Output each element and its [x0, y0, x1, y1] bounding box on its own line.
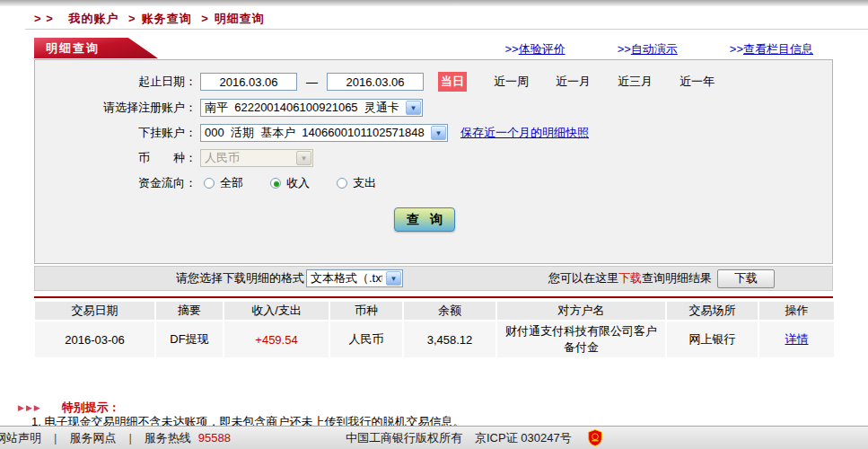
detail-link[interactable]: 详情 — [785, 332, 809, 346]
date-to-input[interactable] — [327, 73, 424, 91]
col-counterparty: 对方户名 — [497, 302, 665, 320]
date-from-input[interactable] — [200, 73, 297, 91]
cell-date: 2016-03-06 — [35, 321, 154, 357]
fund-flow-label: 资金流向： — [35, 175, 197, 191]
currency-label: 币 种： — [35, 150, 197, 166]
footer-copyright: 中国工商银行版权所有 京ICP证 030247号 — [346, 429, 602, 446]
fund-flow-options: 全部 收入 支出 — [204, 175, 403, 191]
sub-account-select[interactable]: 000 活期 基本户 1406600101102571848 ▼ — [200, 124, 448, 142]
sub-account-label: 下挂账户： — [35, 125, 197, 141]
breadcrumb-my-account[interactable]: 我的账户 — [68, 12, 118, 25]
radio-all[interactable]: 全部 — [204, 175, 243, 191]
chevron-down-icon: ▼ — [296, 151, 311, 165]
fund-flow-row: 资金流向： 全部 收入 支出 — [35, 173, 832, 193]
chevron-down-icon: ▼ — [431, 126, 446, 140]
security-badge-icon — [588, 429, 602, 446]
range-last-month[interactable]: 近一月 — [556, 74, 591, 90]
date-range-label: 起止日期： — [35, 74, 197, 90]
save-snapshot-link[interactable]: 保存近一个月的明细快照 — [460, 125, 589, 141]
radio-icon — [204, 178, 215, 189]
col-summary: 摘要 — [156, 302, 223, 320]
cell-counterparty: 财付通支付科技有限公司客户备付金 — [497, 321, 665, 357]
radio-income[interactable]: 收入 — [270, 175, 310, 191]
radio-expense[interactable]: 支出 — [337, 175, 376, 191]
footer-links: 网站声明 | 服务网点 | 服务热线 95588 — [0, 430, 231, 446]
hotline-label: 服务热线 — [145, 430, 191, 446]
today-button[interactable]: 当日 — [438, 72, 467, 92]
currency-row: 币 种： 人民币 ▼ — [35, 148, 832, 168]
col-channel: 交易场所 — [667, 302, 758, 320]
icp-number: 京ICP证 030247号 — [475, 430, 572, 446]
col-balance: 余额 — [404, 302, 495, 320]
register-account-select[interactable]: 南平 6222001406100921065 灵通卡 ▼ — [200, 99, 423, 117]
tab-detail-query[interactable]: 明细查询 — [34, 38, 158, 58]
download-hint: 您可以在这里下载查询明细结果 下载 — [548, 269, 775, 288]
hotline-number: 95588 — [198, 431, 231, 445]
col-date: 交易日期 — [35, 302, 154, 320]
breadcrumb-separator: > — [201, 12, 209, 25]
chevron-down-icon: ▼ — [406, 101, 421, 115]
column-info-link[interactable]: >>查看栏目信息 — [730, 41, 813, 57]
radio-icon — [337, 178, 347, 189]
copyright-text: 中国工商银行版权所有 — [346, 430, 462, 446]
table-row: 2016-03-06 DF提现 +459.54 人民币 3,458.12 财付通… — [35, 321, 834, 357]
breadcrumb-prefix: > > — [34, 12, 54, 25]
query-form-panel: 起止日期： — 当日 近一周 近一月 近三月 近一年 请选择注册账户： 南平 6… — [34, 59, 833, 264]
download-format-label: 请您选择下载明细的格式 — [176, 270, 304, 286]
footer: 网站声明 | 服务网点 | 服务热线 95588 中国工商银行版权所有 京ICP… — [0, 426, 868, 449]
cell-balance: 3,458.12 — [404, 321, 495, 357]
register-account-label: 请选择注册账户： — [35, 100, 197, 116]
page: > > 我的账户 >账务查询 >明细查询 明细查询 >>体验评价 >>自动演示 … — [0, 0, 868, 449]
cell-amount: +459.54 — [224, 321, 329, 357]
breadcrumb-detail-query[interactable]: 明细查询 — [215, 12, 265, 25]
cell-channel: 网上银行 — [667, 321, 758, 357]
breadcrumb: > > 我的账户 >账务查询 >明细查询 — [34, 11, 265, 27]
breadcrumb-separator: > — [128, 12, 136, 25]
experience-review-link[interactable]: >>体验评价 — [504, 41, 565, 57]
breadcrumb-account-query[interactable]: 账务查询 — [142, 12, 192, 25]
download-inline-link[interactable]: 下载 — [618, 270, 642, 286]
col-amount: 收入/支出 — [224, 302, 329, 320]
transactions-table: 交易日期 摘要 收入/支出 币种 余额 对方户名 交易场所 操作 2016-03… — [33, 300, 836, 359]
register-account-row: 请选择注册账户： 南平 6222001406100921065 灵通卡 ▼ — [35, 98, 832, 118]
header-links: >>体验评价 >>自动演示 >>查看栏目信息 — [504, 41, 813, 57]
triple-arrow-icon: ▶▶▶ — [18, 403, 42, 412]
range-last-3-months[interactable]: 近三月 — [618, 74, 653, 90]
col-action: 操作 — [759, 302, 834, 320]
query-button[interactable]: 查 询 — [394, 207, 455, 232]
divider — [25, 29, 868, 30]
radio-icon — [270, 178, 281, 189]
cell-action: 详情 — [759, 321, 834, 357]
download-bar: 请您选择下载明细的格式 文本格式（.txt） ▼ 您可以在这里下载查询明细结果 … — [34, 266, 833, 291]
chevron-down-icon: ▼ — [386, 271, 401, 286]
service-outlets-link[interactable]: 服务网点 — [69, 430, 116, 446]
auto-demo-link[interactable]: >>自动演示 — [618, 41, 678, 57]
range-last-week[interactable]: 近一周 — [494, 74, 529, 90]
tab-row: 明细查询 >>体验评价 >>自动演示 >>查看栏目信息 — [34, 38, 833, 58]
site-statement-link[interactable]: 网站声明 — [0, 430, 41, 446]
download-format-select[interactable]: 文本格式（.txt） ▼ — [306, 269, 403, 287]
range-last-year[interactable]: 近一年 — [679, 74, 715, 90]
cell-summary: DF提现 — [156, 321, 223, 357]
top-gradient-strip — [0, 0, 868, 6]
col-currency: 币种 — [330, 302, 402, 320]
red-divider — [34, 296, 833, 298]
sub-account-row: 下挂账户： 000 活期 基本户 1406600101102571848 ▼ 保… — [35, 123, 832, 143]
download-button[interactable]: 下载 — [717, 269, 775, 288]
table-header-row: 交易日期 摘要 收入/支出 币种 余额 对方户名 交易场所 操作 — [35, 302, 834, 320]
cell-currency: 人民币 — [330, 321, 402, 357]
currency-select: 人民币 ▼ — [200, 149, 313, 167]
date-dash: — — [306, 75, 318, 89]
date-range-row: 起止日期： — 当日 近一周 近一月 近三月 近一年 — [35, 72, 832, 92]
